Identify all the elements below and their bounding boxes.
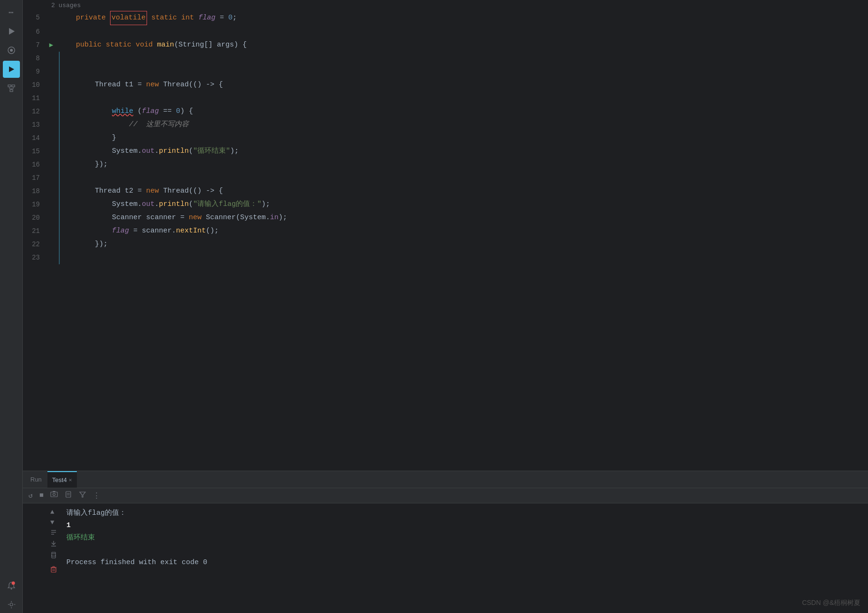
console-toolbar: ↺ ■ ⋮ <box>23 488 868 503</box>
svg-point-15 <box>53 493 55 496</box>
code-line-16: 16 }); <box>23 158 868 171</box>
code-line-11: 11 <box>23 92 868 105</box>
run-icon[interactable] <box>3 23 20 40</box>
code-line-17: 17 <box>23 171 868 185</box>
code-line-14: 14 } <box>23 131 868 145</box>
test4-tab-close[interactable]: ✕ <box>69 477 72 483</box>
code-line-13: 13 // 这里不写内容 <box>23 118 868 131</box>
svg-rect-16 <box>53 491 55 492</box>
code-line-18: 18 Thread t2 = new Thread(() -> { <box>23 185 868 198</box>
play-active-icon[interactable] <box>3 61 20 78</box>
code-line-6: 6 <box>23 25 868 38</box>
rerun-icon[interactable]: ↺ <box>27 490 35 501</box>
code-line-21: 21 flag = scanner.nextInt(); <box>23 224 868 238</box>
console-line-4: Process finished with exit code 0 <box>66 557 860 569</box>
code-editor: 2 usages 5 private volatile static int f… <box>23 0 868 471</box>
svg-point-12 <box>11 582 15 585</box>
watermark: CSDN @&梧桐树夏 <box>802 599 860 607</box>
console-line-3 <box>66 544 860 557</box>
svg-rect-4 <box>8 85 11 87</box>
align-icon[interactable] <box>49 528 58 539</box>
test4-tab-label: Test4 <box>52 476 67 483</box>
code-line-23: 23 <box>23 251 868 264</box>
svg-rect-25 <box>52 554 55 556</box>
console-line-2: 循环结束 <box>66 532 860 544</box>
test4-tab[interactable]: Test4 ✕ <box>47 471 77 488</box>
code-line-20: 20 Scanner scanner = new Scanner(System.… <box>23 211 868 224</box>
structure-icon[interactable] <box>3 80 20 97</box>
code-line-8: 8 <box>23 52 868 65</box>
debug-icon[interactable] <box>3 42 20 59</box>
console-output: ▲ ▼ <box>23 503 868 613</box>
svg-rect-17 <box>66 492 71 497</box>
svg-marker-3 <box>9 66 14 72</box>
download-icon[interactable] <box>49 539 58 550</box>
code-line-12: 12 while (flag == 0) { <box>23 105 868 118</box>
svg-rect-14 <box>51 492 57 497</box>
print-icon[interactable] <box>49 551 58 561</box>
code-area[interactable]: 5 private volatile static int flag = 0; … <box>23 11 868 471</box>
code-line-15: 15 System.out.println("循环结束"); <box>23 145 868 158</box>
usage-hint: 2 usages <box>23 0 868 11</box>
code-line-7: 7 ▶ public static void main(String[] arg… <box>23 38 868 52</box>
code-line-9: 9 <box>23 65 868 78</box>
left-sidebar: ⋯ <box>0 0 23 613</box>
scroll-icon[interactable] <box>63 490 74 502</box>
svg-rect-6 <box>10 90 13 92</box>
code-line-19: 19 System.out.println("请输入flag的值："); <box>23 198 868 211</box>
console-line-1: 1 <box>66 520 860 532</box>
delete-icon[interactable] <box>49 565 58 576</box>
screenshot-icon[interactable] <box>48 490 60 502</box>
more-options-icon[interactable]: ⋮ <box>91 490 102 501</box>
svg-marker-0 <box>9 28 15 35</box>
svg-point-13 <box>10 603 13 606</box>
code-line-22: 22 }); <box>23 238 868 251</box>
run-button-line7[interactable]: ▶ <box>49 38 53 52</box>
run-tab-label[interactable]: Run <box>27 476 46 483</box>
main-content: 2 usages 5 private volatile static int f… <box>23 0 868 613</box>
scroll-up-icon[interactable]: ▲ <box>49 507 58 517</box>
svg-point-2 <box>10 49 13 52</box>
bottom-tabs-bar: Run Test4 ✕ <box>23 471 868 488</box>
ellipsis-icon[interactable]: ⋯ <box>3 4 20 21</box>
stop-icon[interactable]: ■ <box>37 491 46 501</box>
code-line-5: 5 private volatile static int flag = 0; <box>23 11 868 25</box>
notification-icon[interactable] <box>3 577 20 594</box>
svg-rect-5 <box>12 85 15 87</box>
console-line-0: 请输入flag的值： <box>66 507 860 520</box>
code-line-10: 10 Thread t1 = new Thread(() -> { <box>23 78 868 92</box>
filter-icon[interactable] <box>77 490 88 502</box>
svg-point-11 <box>10 588 12 590</box>
settings-icon[interactable] <box>3 596 20 613</box>
scroll-down-icon[interactable]: ▼ <box>49 518 58 527</box>
bottom-panel: Run Test4 ✕ ↺ ■ <box>23 471 868 613</box>
